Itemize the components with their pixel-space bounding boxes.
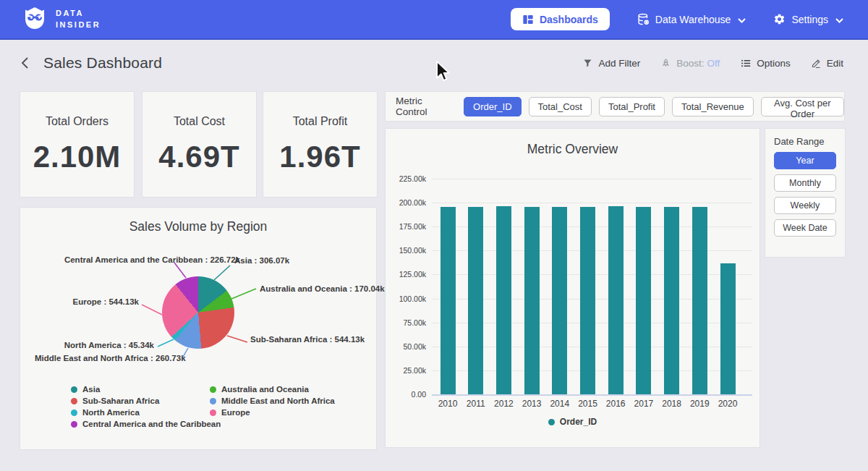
kpi-label: Total Profit	[293, 115, 348, 128]
legend-label: Australia and Oceania	[221, 385, 309, 394]
x-axis-tick-2015: 2015	[574, 399, 603, 409]
metric-option-total-profit[interactable]: Total_Profit	[599, 97, 665, 116]
page-title: Sales Dashboard	[43, 54, 162, 72]
pie-slice-label-central-america-and-the-caribbean: Central America and the Caribbean : 226.…	[35, 255, 240, 264]
legend-label: Europe	[221, 408, 250, 417]
bar-2010[interactable]	[441, 207, 456, 394]
x-axis-tick-2020: 2020	[713, 399, 742, 409]
bar-2013[interactable]	[524, 207, 540, 394]
bar-2011[interactable]	[468, 207, 483, 394]
date-range-option-monthly[interactable]: Monthly	[774, 174, 836, 192]
bar-2012[interactable]	[496, 206, 511, 394]
pie-slice-label-asia: Asia : 306.07k	[234, 256, 289, 265]
dashboards-label: Dashboards	[540, 14, 598, 25]
boost-toggle[interactable]: Boost: Off	[660, 58, 720, 69]
x-axis-tick-2014: 2014	[545, 399, 574, 409]
boost-state: Off	[707, 58, 720, 69]
date-range-option-year[interactable]: Year	[774, 152, 836, 169]
gridline	[432, 203, 752, 203]
filter-funnel-icon	[582, 58, 593, 69]
bar-2018[interactable]	[664, 207, 679, 394]
legend-dot	[210, 410, 216, 416]
dashboards-button[interactable]: Dashboards	[511, 8, 610, 30]
settings-label: Settings	[791, 14, 828, 25]
date-range-option-weekly[interactable]: Weekly	[774, 197, 836, 214]
x-axis-tick-2018: 2018	[658, 399, 686, 409]
chevron-down-icon	[835, 14, 843, 25]
metric-option-total-cost[interactable]: Total_Cost	[529, 97, 592, 116]
x-axis-tick-2013: 2013	[517, 399, 546, 409]
date-range-option-week-date[interactable]: Week Date	[774, 219, 836, 237]
bar-2017[interactable]	[636, 207, 651, 394]
kpi-value: 2.10M	[33, 140, 122, 174]
kpi-value: 4.69T	[158, 140, 239, 174]
y-axis-tick: 0.00	[386, 390, 426, 399]
bar-chart-plot-area	[432, 179, 752, 394]
page-header: Sales Dashboard Add Filter Boost: Off	[0, 41, 868, 85]
bar-2015[interactable]	[580, 207, 595, 394]
metric-control-label: Metric Control	[396, 96, 454, 117]
edit-label: Edit	[827, 58, 843, 69]
bar-2020[interactable]	[720, 263, 736, 394]
edit-button[interactable]: Edit	[811, 58, 843, 69]
brand-name: DATA INSIDER	[56, 8, 101, 31]
database-icon	[637, 13, 650, 25]
pie-legend-item-north-america[interactable]: North America	[71, 408, 140, 417]
pie-legend-item-sub-saharan-africa[interactable]: Sub-Saharan Africa	[71, 396, 159, 405]
pie-legend-item-asia[interactable]: Asia	[71, 385, 100, 394]
y-axis-tick: 225.00k	[386, 174, 426, 183]
pie-slice-label-europe: Europe : 544.13k	[35, 297, 139, 306]
pie-slice-label-north-america: North America : 45.34k	[35, 341, 154, 349]
date-range-label: Date Range	[774, 136, 836, 147]
metric-control-options: Order_IDTotal_CostTotal_ProfitTotal_Reve…	[464, 97, 844, 116]
back-button[interactable]	[19, 55, 33, 71]
dashboard-grid-icon	[522, 14, 534, 25]
legend-dot	[71, 398, 77, 404]
y-axis-tick: 125.00k	[386, 270, 426, 279]
chevron-down-icon	[738, 14, 746, 25]
y-axis-tick: 100.00k	[386, 294, 426, 303]
x-axis-tick-2012: 2012	[489, 399, 518, 409]
y-axis-tick: 25.00k	[386, 366, 426, 375]
legend-label: Asia	[82, 385, 100, 394]
kpi-value: 1.96T	[279, 140, 360, 174]
legend-dot	[71, 386, 77, 393]
pie-slice-label-australia-and-oceania: Australia and Oceania : 170.04k	[260, 284, 385, 293]
pie-chart-title: Sales Volume by Region	[20, 208, 376, 234]
pie-legend-item-australia-and-oceania[interactable]: Australia and Oceania	[210, 385, 309, 394]
gridline	[432, 394, 752, 396]
data-warehouse-label: Data Warehouse	[655, 14, 731, 25]
legend-label: North America	[82, 408, 140, 417]
y-axis-tick: 150.00k	[386, 246, 426, 255]
options-button[interactable]: Options	[740, 58, 791, 69]
legend-dot	[548, 419, 555, 425]
metric-option-order-id[interactable]: Order_ID	[464, 97, 521, 116]
kpi-card-total-orders: Total Orders 2.10M	[20, 92, 134, 197]
legend-dot	[210, 386, 216, 393]
y-axis-tick: 175.00k	[386, 222, 426, 231]
settings-menu[interactable]: Settings	[773, 13, 843, 25]
kpi-label: Total Cost	[174, 115, 225, 128]
legend-label: Sub-Saharan Africa	[82, 396, 159, 405]
pie-chart[interactable]	[162, 276, 234, 349]
metric-option-total-revenue[interactable]: Total_Revenue	[672, 97, 754, 116]
bar-2019[interactable]	[692, 207, 707, 394]
bar-2014[interactable]	[552, 207, 567, 394]
legend-dot	[71, 421, 77, 428]
legend-dot	[71, 410, 77, 416]
boost-label: Boost:	[676, 58, 704, 69]
legend-label: Order_ID	[560, 417, 597, 427]
pie-legend-item-middle-east-and-north-africa[interactable]: Middle East and North Africa	[210, 396, 335, 405]
add-filter-button[interactable]: Add Filter	[582, 58, 640, 69]
pie-legend-item-central-america-and-the-caribbean[interactable]: Central America and the Caribbean	[71, 420, 221, 428]
metric-option-avg-cost-per-order[interactable]: Avg. Cost per Order	[761, 97, 844, 116]
pencil-icon	[811, 58, 822, 69]
add-filter-label: Add Filter	[598, 58, 640, 69]
x-axis-tick-2016: 2016	[601, 399, 630, 409]
metric-control-bar: Metric Control Order_IDTotal_CostTotal_P…	[386, 92, 844, 121]
data-warehouse-menu[interactable]: Data Warehouse	[637, 13, 746, 25]
legend-item-order-id[interactable]: Order_ID	[548, 417, 597, 427]
pie-legend-item-europe[interactable]: Europe	[210, 408, 250, 417]
bar-2016[interactable]	[608, 206, 624, 394]
legend-label: Central America and the Caribbean	[82, 420, 221, 428]
